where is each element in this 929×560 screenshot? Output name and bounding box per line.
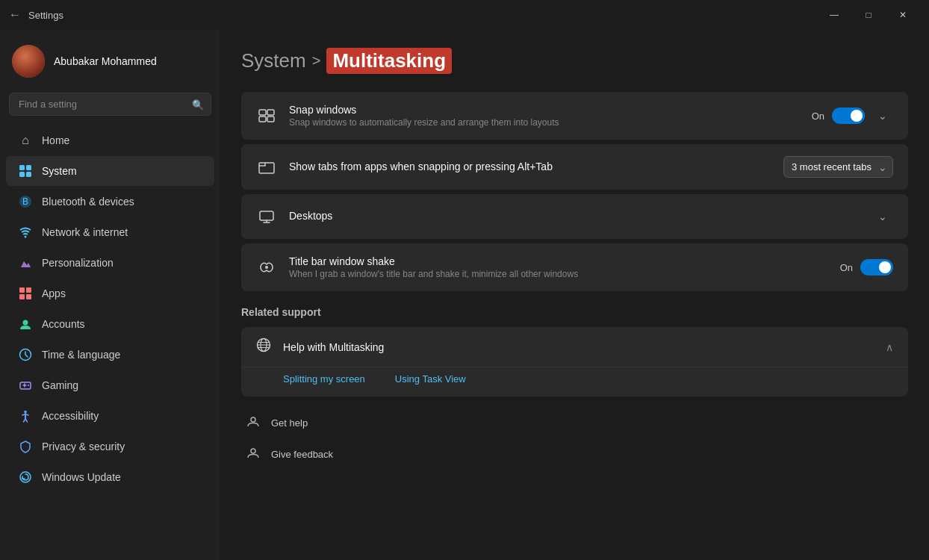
show-tabs-title: Show tabs from apps when snapping or pre… [289, 161, 771, 172]
snap-windows-toggle[interactable] [832, 108, 865, 124]
user-profile[interactable]: Abubakar Mohammed [0, 36, 220, 90]
desktops-control: ⌄ [872, 208, 893, 225]
back-button[interactable]: ← [9, 8, 21, 22]
feedback-icon [244, 446, 262, 462]
svg-rect-19 [259, 116, 266, 122]
sidebar-item-network[interactable]: Network & internet [6, 217, 214, 247]
svg-point-6 [25, 236, 27, 238]
title-bar-title: Title bar window shake [289, 255, 828, 267]
breadcrumb: System > Multitasking [241, 48, 908, 74]
nav-list: ⌂ Home System B [0, 125, 220, 493]
sidebar-item-personalization-label: Personalization [42, 257, 114, 269]
title-bar-icon [256, 257, 277, 278]
desktops-card: Desktops ⌄ [241, 194, 908, 239]
sidebar-item-bluetooth[interactable]: B Bluetooth & devices [6, 187, 214, 217]
title-toggle-label: On [840, 262, 853, 273]
snap-windows-title: Snap windows [289, 104, 800, 116]
time-icon [18, 347, 33, 362]
show-tabs-select[interactable]: 3 most recent tabs5 most recent tabsAll … [783, 156, 893, 178]
svg-rect-22 [260, 211, 273, 220]
accessibility-icon [18, 408, 33, 423]
sidebar-item-home[interactable]: ⌂ Home [6, 125, 214, 155]
desktops-title: Desktops [289, 210, 860, 222]
svg-point-14 [28, 385, 29, 386]
help-card: Help with Multitasking ∧ Splitting my sc… [241, 327, 908, 396]
title-bar-card: Title bar window shake When I grab a win… [241, 243, 908, 291]
desktops-text: Desktops [289, 210, 860, 223]
globe-icon [256, 337, 271, 356]
svg-rect-20 [267, 116, 274, 122]
sidebar-item-privacy[interactable]: Privacy & security [6, 432, 214, 461]
sidebar-item-accessibility[interactable]: Accessibility [6, 401, 214, 431]
snap-windows-row: Snap windows Snap windows to automatical… [241, 92, 908, 140]
sidebar-item-apps[interactable]: Apps [6, 279, 214, 308]
maximize-button[interactable]: □ [851, 3, 886, 27]
svg-rect-3 [26, 172, 31, 177]
sidebar-item-gaming-label: Gaming [42, 379, 78, 391]
svg-text:B: B [22, 196, 28, 207]
search-icon: 🔍 [192, 99, 204, 110]
sidebar-item-update[interactable]: Windows Update [6, 462, 214, 492]
help-header[interactable]: Help with Multitasking ∧ [241, 327, 908, 367]
svg-rect-21 [259, 163, 274, 173]
sidebar-item-network-label: Network & internet [42, 226, 128, 238]
search-box: 🔍 [9, 93, 211, 116]
splitting-link[interactable]: Splitting my screen [283, 373, 365, 385]
content-area: System > Multitasking Snap windows Snap … [220, 30, 929, 560]
show-tabs-card: Show tabs from apps when snapping or pre… [241, 144, 908, 190]
bluetooth-icon: B [18, 194, 33, 209]
user-name: Abubakar Mohammed [54, 55, 157, 67]
minimize-button[interactable]: — [817, 3, 851, 27]
sidebar-item-accounts-label: Accounts [42, 318, 85, 330]
close-button[interactable]: ✕ [886, 3, 920, 27]
svg-point-26 [251, 417, 255, 422]
title-bar-toggle[interactable] [860, 259, 893, 276]
desktops-icon [256, 206, 277, 227]
show-tabs-row: Show tabs from apps when snapping or pre… [241, 144, 908, 190]
sidebar-item-personalization[interactable]: Personalization [6, 248, 214, 278]
title-bar-desc: When I grab a window's title bar and sha… [289, 269, 828, 279]
breadcrumb-separator: > [312, 52, 321, 69]
personalization-icon [18, 255, 33, 270]
window-controls: — □ ✕ [817, 3, 920, 27]
snap-toggle-label: On [812, 111, 824, 122]
snap-windows-dropdown-btn[interactable]: ⌄ [872, 107, 893, 125]
help-chevron-icon: ∧ [886, 341, 893, 353]
give-feedback-label: Give feedback [271, 449, 333, 460]
svg-rect-1 [26, 165, 31, 170]
svg-rect-0 [19, 165, 25, 170]
show-tabs-text: Show tabs from apps when snapping or pre… [289, 161, 771, 174]
breadcrumb-current: Multitasking [326, 48, 452, 74]
support-links: Splitting my screen Using Task View [241, 367, 908, 396]
give-feedback-row[interactable]: Give feedback [241, 440, 908, 468]
get-help-label: Get help [271, 417, 308, 429]
sidebar-item-gaming[interactable]: Gaming [6, 370, 214, 400]
sidebar-item-time[interactable]: Time & language [6, 340, 214, 370]
sidebar: Abubakar Mohammed 🔍 ⌂ Home [0, 30, 220, 560]
sidebar-item-home-label: Home [42, 134, 69, 146]
sidebar-item-accounts[interactable]: Accounts [6, 309, 214, 339]
window-title: Settings [28, 10, 817, 21]
show-tabs-control: 3 most recent tabs5 most recent tabsAll … [783, 156, 893, 178]
svg-rect-2 [19, 172, 25, 177]
get-help-row[interactable]: Get help [241, 408, 908, 437]
svg-point-11 [23, 320, 28, 326]
snap-windows-text: Snap windows Snap windows to automatical… [289, 104, 800, 128]
title-bar-text: Title bar window shake When I grab a win… [289, 255, 828, 279]
sidebar-item-privacy-label: Privacy & security [42, 441, 125, 452]
desktops-expand-btn[interactable]: ⌄ [872, 208, 893, 225]
snap-windows-icon [256, 105, 277, 126]
accounts-icon [18, 317, 33, 332]
search-input[interactable] [9, 93, 211, 116]
show-tabs-icon [256, 157, 277, 178]
get-help-icon [244, 414, 262, 431]
sidebar-item-update-label: Windows Update [42, 471, 121, 483]
task-view-link[interactable]: Using Task View [395, 373, 466, 385]
avatar [12, 45, 45, 78]
breadcrumb-parent[interactable]: System [241, 49, 306, 72]
sidebar-item-system[interactable]: System [6, 156, 214, 186]
svg-point-16 [20, 472, 31, 482]
gaming-icon [18, 378, 33, 393]
svg-point-15 [24, 411, 27, 414]
update-icon [18, 470, 33, 485]
